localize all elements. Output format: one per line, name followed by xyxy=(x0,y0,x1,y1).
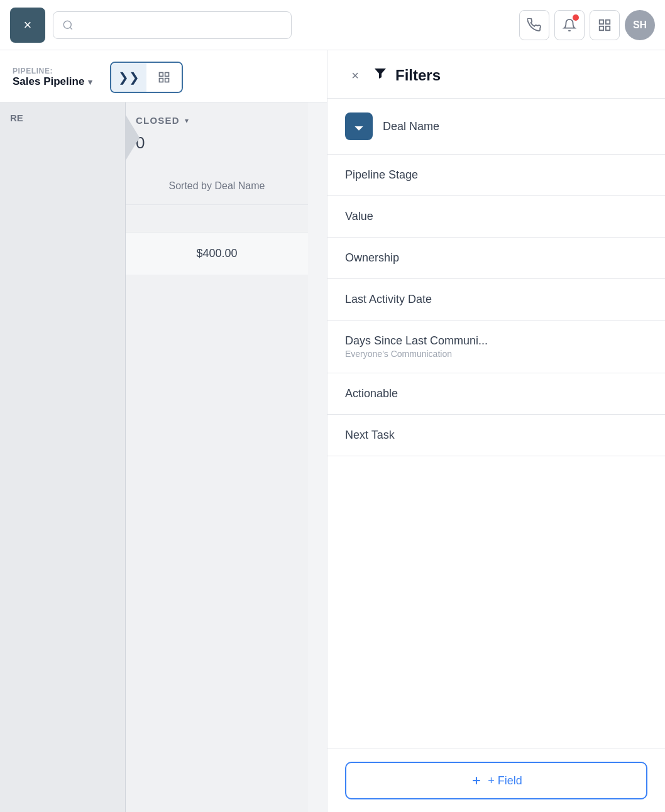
kanban-area: RE CLOSED ▾ 0 Sorted by Deal Name xyxy=(0,102,327,812)
view-toggle: ❯❯ Stage View xyxy=(110,62,183,93)
closed-value-text: $400.00 xyxy=(196,247,237,260)
pipeline-label: PIPELINE: xyxy=(13,67,92,75)
grid-button[interactable] xyxy=(590,10,620,40)
search-icon xyxy=(62,19,74,31)
grid-icon xyxy=(598,18,612,32)
filter-item-last-activity-date[interactable]: Last Activity Date xyxy=(327,279,665,321)
stage-view-wrapper: ❯❯ Stage View xyxy=(111,63,146,92)
stage-view-icon: ❯❯ xyxy=(118,70,140,85)
svg-rect-2 xyxy=(600,19,603,23)
logo-x-icon: × xyxy=(24,17,32,33)
notification-badge xyxy=(573,14,579,21)
svg-rect-9 xyxy=(160,79,163,82)
sorted-by-area: Sorted by Deal Name xyxy=(126,168,308,204)
left-panel: PIPELINE: Sales Pipeline ▾ ❯❯ Stage View xyxy=(0,50,327,812)
avatar[interactable]: SH xyxy=(625,10,655,40)
filter-item-deal-name[interactable]: Deal Name xyxy=(327,99,665,155)
filters-funnel-icon xyxy=(373,66,388,85)
filter-last-activity-date-label: Last Activity Date xyxy=(345,293,432,306)
stage-view-button[interactable]: ❯❯ xyxy=(111,63,146,92)
grid-view-icon xyxy=(158,71,170,84)
kanban-col-closed: CLOSED ▾ 0 Sorted by Deal Name $400.00 xyxy=(126,102,308,812)
pipeline-name: Sales Pipeline xyxy=(13,75,84,88)
closed-value-row: $400.00 xyxy=(126,232,308,275)
pipeline-toolbar: PIPELINE: Sales Pipeline ▾ ❯❯ Stage View xyxy=(0,50,327,102)
plus-icon xyxy=(470,774,483,787)
pipeline-dropdown-arrow: ▾ xyxy=(88,77,92,87)
filter-days-since-label: Days Since Last Communi... xyxy=(345,334,488,348)
svg-rect-7 xyxy=(165,73,169,77)
svg-rect-4 xyxy=(606,26,610,30)
search-bar[interactable] xyxy=(53,11,292,39)
filter-value-label: Value xyxy=(345,210,373,223)
sort-down-icon xyxy=(353,120,365,133)
header: × SH xyxy=(0,0,665,50)
notification-button[interactable] xyxy=(554,10,585,40)
avatar-initials: SH xyxy=(633,19,647,31)
filters-header: × Filters xyxy=(327,50,665,99)
grid-view-button[interactable] xyxy=(146,63,182,92)
closed-col-dropdown-arrow[interactable]: ▾ xyxy=(185,116,189,125)
filter-item-value[interactable]: Value xyxy=(327,196,665,238)
add-field-area: + Field xyxy=(327,749,665,812)
filter-ownership-label: Ownership xyxy=(345,251,399,265)
svg-rect-6 xyxy=(160,73,163,77)
closed-col-label: CLOSED xyxy=(136,115,180,126)
closed-empty-row xyxy=(126,204,308,232)
partial-col-label: RE xyxy=(10,112,23,123)
sorted-by-text: Sorted by Deal Name xyxy=(169,180,265,191)
svg-point-0 xyxy=(63,21,71,28)
deal-name-sort-button[interactable] xyxy=(345,112,373,140)
phone-button[interactable] xyxy=(519,10,549,40)
filter-next-task-label: Next Task xyxy=(345,429,395,442)
filters-close-button[interactable]: × xyxy=(345,65,365,85)
svg-rect-5 xyxy=(600,26,603,30)
svg-rect-3 xyxy=(606,19,610,23)
filter-items-list: Deal Name Pipeline Stage Value Ownership… xyxy=(327,99,665,456)
close-icon: × xyxy=(351,69,359,83)
add-field-button[interactable]: + Field xyxy=(345,762,647,799)
partial-col-header: RE xyxy=(0,102,125,134)
filter-item-actionable[interactable]: Actionable xyxy=(327,373,665,415)
closed-col-header: CLOSED ▾ xyxy=(126,102,308,133)
filters-panel: × Filters Deal Name Pi xyxy=(327,50,665,812)
filter-days-since-sublabel: Everyone's Communication xyxy=(345,349,488,359)
closed-col-empty-space xyxy=(126,275,308,812)
phone-icon xyxy=(527,18,541,32)
filter-deal-name-label: Deal Name xyxy=(383,120,439,133)
add-field-label: + Field xyxy=(488,774,522,787)
logo-button[interactable]: × xyxy=(10,8,45,43)
filter-item-ownership[interactable]: Ownership xyxy=(327,238,665,279)
closed-col-count: 0 xyxy=(126,133,308,163)
filter-pipeline-stage-label: Pipeline Stage xyxy=(345,168,418,182)
filter-actionable-label: Actionable xyxy=(345,387,398,400)
filter-item-days-since-communi[interactable]: Days Since Last Communi... Everyone's Co… xyxy=(327,321,665,373)
main-area: PIPELINE: Sales Pipeline ▾ ❯❯ Stage View xyxy=(0,50,665,812)
header-icon-group: SH xyxy=(519,10,655,40)
filter-item-next-task[interactable]: Next Task xyxy=(327,415,665,456)
col-divider-arrow xyxy=(126,115,140,160)
filter-days-text-group: Days Since Last Communi... Everyone's Co… xyxy=(345,334,488,359)
pipeline-select[interactable]: Sales Pipeline ▾ xyxy=(13,75,92,88)
kanban-col-partial: RE xyxy=(0,102,126,812)
search-input[interactable] xyxy=(79,19,282,30)
filter-item-pipeline-stage[interactable]: Pipeline Stage xyxy=(327,155,665,196)
filters-title: Filters xyxy=(395,67,441,84)
svg-rect-8 xyxy=(165,79,169,82)
svg-line-1 xyxy=(70,27,72,29)
